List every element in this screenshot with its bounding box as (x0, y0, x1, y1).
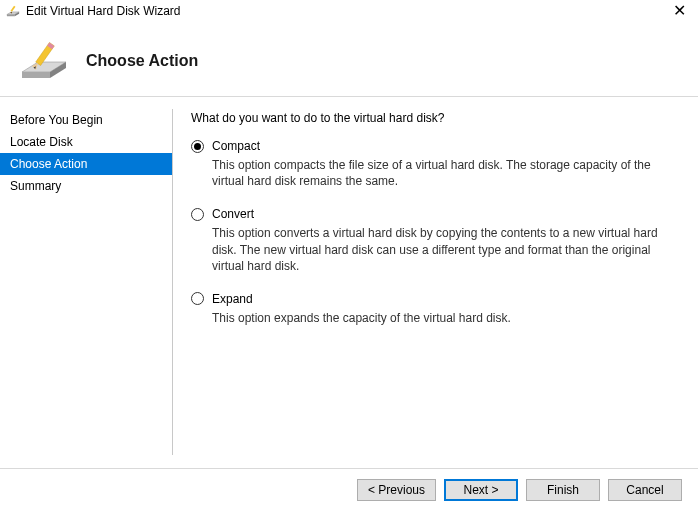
prompt-text: What do you want to do to the virtual ha… (191, 111, 682, 125)
sidebar-item-label: Choose Action (10, 157, 87, 171)
finish-button[interactable]: Finish (526, 479, 600, 501)
option-expand: Expand This option expands the capacity … (191, 292, 682, 326)
option-row[interactable]: Convert (191, 207, 682, 221)
option-description: This option converts a virtual hard disk… (212, 225, 682, 274)
option-label: Expand (212, 292, 253, 306)
content-panel: What do you want to do to the virtual ha… (173, 97, 698, 467)
option-row[interactable]: Expand (191, 292, 682, 306)
svg-rect-3 (11, 6, 16, 12)
sidebar-item-label: Summary (10, 179, 61, 193)
radio-compact[interactable] (191, 140, 204, 153)
wizard-app-icon (6, 4, 20, 18)
next-button[interactable]: Next > (444, 479, 518, 501)
option-description: This option compacts the file size of a … (212, 157, 682, 189)
sidebar-item-summary[interactable]: Summary (0, 175, 172, 197)
wizard-footer: < Previous Next > Finish Cancel (0, 468, 698, 511)
radio-convert[interactable] (191, 208, 204, 221)
titlebar-left: Edit Virtual Hard Disk Wizard (6, 4, 181, 18)
svg-marker-1 (7, 15, 15, 17)
option-description: This option expands the capacity of the … (212, 310, 682, 326)
wizard-body: Before You Begin Locate Disk Choose Acti… (0, 97, 698, 467)
pencil-disk-icon (20, 40, 68, 82)
radio-expand[interactable] (191, 292, 204, 305)
close-icon[interactable]: ✕ (669, 3, 690, 19)
cancel-button[interactable]: Cancel (608, 479, 682, 501)
sidebar-item-label: Locate Disk (10, 135, 73, 149)
option-row[interactable]: Compact (191, 139, 682, 153)
window-title: Edit Virtual Hard Disk Wizard (26, 4, 181, 18)
page-title: Choose Action (86, 52, 198, 70)
option-compact: Compact This option compacts the file si… (191, 139, 682, 189)
option-label: Compact (212, 139, 260, 153)
sidebar-item-choose-action[interactable]: Choose Action (0, 153, 172, 175)
wizard-header: Choose Action (0, 22, 698, 97)
sidebar: Before You Begin Locate Disk Choose Acti… (0, 97, 172, 467)
sidebar-item-locate-disk[interactable]: Locate Disk (0, 131, 172, 153)
option-label: Convert (212, 207, 254, 221)
previous-button[interactable]: < Previous (357, 479, 436, 501)
sidebar-item-label: Before You Begin (10, 113, 103, 127)
sidebar-item-before-you-begin[interactable]: Before You Begin (0, 109, 172, 131)
option-convert: Convert This option converts a virtual h… (191, 207, 682, 274)
titlebar: Edit Virtual Hard Disk Wizard ✕ (0, 0, 698, 22)
svg-marker-6 (22, 72, 50, 78)
